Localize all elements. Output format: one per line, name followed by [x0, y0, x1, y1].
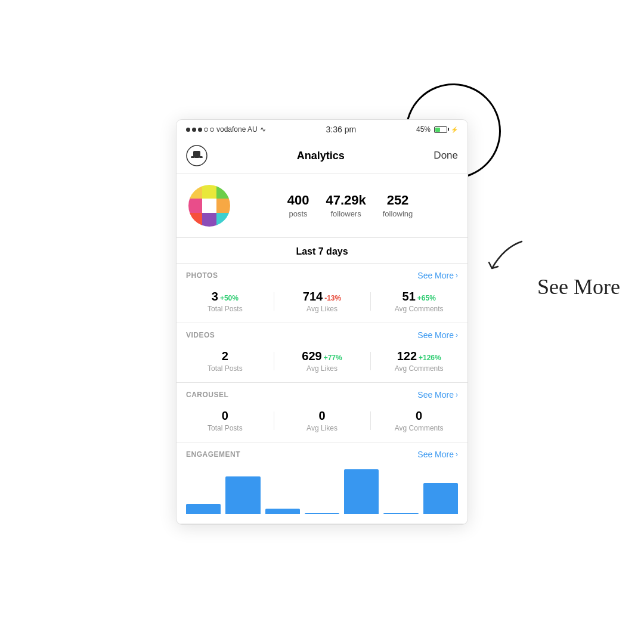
metric-label-videos-2: Avg Comments [370, 364, 467, 373]
battery-indicator [434, 126, 447, 133]
metric-label-photos-2: Avg Comments [370, 305, 467, 313]
section-header-engagement: ENGAGEMENTSee More › [177, 442, 467, 464]
section-header-carousel: CAROUSELSee More › [177, 383, 467, 404]
chevron-icon: › [456, 450, 458, 459]
time-display: 3:36 pm [326, 125, 357, 134]
status-bar: vodafone AU ∿ 3:36 pm 45% ⚡ [177, 120, 467, 139]
battery-percent: 45% [416, 125, 431, 134]
see-more-videos[interactable]: See More › [417, 330, 458, 340]
stat-posts: 400 posts [287, 193, 309, 219]
section-title-engagement: ENGAGEMENT [186, 450, 240, 459]
metric-change-videos-2: +126% [419, 354, 441, 362]
metric-label-videos-0: Total Posts [177, 364, 274, 373]
metrics-row-carousel: 0Total Posts0Avg Likes0Avg Comments [177, 404, 467, 442]
metric-item-photos-0: 3+50%Total Posts [177, 290, 274, 313]
posts-value: 400 [287, 193, 309, 208]
avatar-cell-6 [216, 199, 230, 212]
avatar-cell-1 [188, 185, 202, 199]
wifi-icon: ∿ [260, 125, 266, 134]
metric-label-videos-1: Avg Likes [274, 364, 371, 373]
metric-item-videos-2: 122+126%Avg Comments [370, 349, 467, 373]
battery-fill [435, 128, 440, 132]
metric-change-photos-0: +50% [220, 294, 239, 302]
metrics-row-videos: 2Total Posts629+77%Avg Likes122+126%Avg … [177, 345, 467, 382]
section-title-carousel: CAROUSEL [186, 391, 228, 399]
metric-value-carousel-2: 0 [416, 409, 422, 422]
signal-dots [186, 128, 214, 132]
metric-change-videos-1: +77% [324, 354, 342, 362]
see-more-engagement[interactable]: See More › [417, 450, 458, 459]
metric-item-photos-2: 51+65%Avg Comments [370, 290, 467, 313]
see-more-photos[interactable]: See More › [417, 271, 458, 280]
following-label: following [383, 209, 413, 218]
followers-value: 47.29k [326, 193, 366, 208]
section-header-videos: VIDEOSSee More › [177, 323, 467, 345]
metric-value-photos-0: 3+50% [212, 290, 239, 303]
dot-1 [186, 128, 190, 132]
metric-value-photos-1: 714-13% [303, 290, 341, 303]
metric-change-photos-2: +65% [417, 294, 436, 302]
chevron-icon: › [456, 331, 458, 339]
section-header-photos: PHOTOSSee More › [177, 264, 467, 285]
bar-2 [265, 509, 300, 514]
bar-5 [383, 513, 418, 514]
metric-label-carousel-1: Avg Likes [274, 424, 371, 432]
spy-icon [186, 145, 208, 166]
metric-change-photos-1: -13% [324, 294, 341, 302]
stat-followers: 47.29k followers [326, 193, 366, 219]
section-carousel: CAROUSELSee More ›0Total Posts0Avg Likes… [177, 383, 467, 442]
status-left: vodafone AU ∿ [186, 125, 266, 134]
svg-point-4 [199, 158, 200, 160]
carrier-label: vodafone AU [216, 125, 258, 134]
avatar-cell-9 [216, 213, 230, 227]
posts-label: posts [289, 209, 308, 218]
metric-item-videos-0: 2Total Posts [177, 349, 274, 373]
bar-3 [305, 513, 339, 514]
metric-item-carousel-0: 0Total Posts [177, 409, 274, 432]
avatar-grid [188, 185, 230, 227]
metric-value-videos-1: 629+77% [302, 349, 342, 363]
section-engagement: ENGAGEMENTSee More › [177, 442, 467, 524]
metric-value-carousel-0: 0 [222, 409, 228, 422]
bar-6 [423, 483, 458, 514]
bar-0 [186, 504, 221, 514]
avatar-cell-8 [202, 213, 216, 227]
avatar-cell-7 [188, 213, 202, 227]
section-title-videos: VIDEOS [186, 331, 215, 339]
nav-bar: Analytics Done [177, 139, 467, 174]
metrics-row-photos: 3+50%Total Posts714-13%Avg Likes51+65%Av… [177, 285, 467, 323]
metric-value-carousel-1: 0 [318, 409, 325, 422]
svg-rect-2 [193, 151, 200, 157]
metric-label-photos-0: Total Posts [177, 305, 274, 313]
dot-5 [210, 128, 214, 132]
following-value: 252 [383, 193, 413, 208]
battery-body [434, 126, 447, 133]
avatar-cell-4 [188, 199, 202, 212]
stats-row: 400 posts 47.29k followers 252 following [244, 193, 456, 219]
chevron-icon: › [456, 271, 458, 280]
metric-value-photos-2: 51+65% [402, 290, 436, 303]
done-button[interactable]: Done [434, 150, 458, 162]
lightning-icon: ⚡ [451, 126, 458, 133]
nav-title: Analytics [297, 150, 345, 162]
metric-item-videos-1: 629+77%Avg Likes [274, 349, 371, 373]
dot-2 [192, 128, 196, 132]
stat-following: 252 following [383, 193, 413, 219]
section-title-photos: PHOTOS [186, 271, 218, 280]
period-label: Last 7 days [296, 246, 348, 256]
avatar [188, 185, 230, 227]
phone-container: vodafone AU ∿ 3:36 pm 45% ⚡ [176, 119, 468, 525]
chevron-icon: › [456, 391, 458, 399]
metric-value-videos-0: 2 [222, 349, 228, 363]
nav-logo [186, 145, 208, 166]
period-row: Last 7 days [177, 238, 467, 264]
sections-container: PHOTOSSee More ›3+50%Total Posts714-13%A… [177, 264, 467, 524]
metric-item-carousel-2: 0Avg Comments [370, 409, 467, 432]
svg-point-3 [194, 158, 196, 160]
see-more-carousel[interactable]: See More › [417, 390, 458, 400]
section-photos: PHOTOSSee More ›3+50%Total Posts714-13%A… [177, 264, 467, 323]
metric-value-videos-2: 122+126% [397, 349, 441, 363]
avatar-cell-3 [216, 185, 230, 199]
avatar-cell-2 [202, 185, 216, 199]
status-right: 45% ⚡ [416, 125, 458, 134]
